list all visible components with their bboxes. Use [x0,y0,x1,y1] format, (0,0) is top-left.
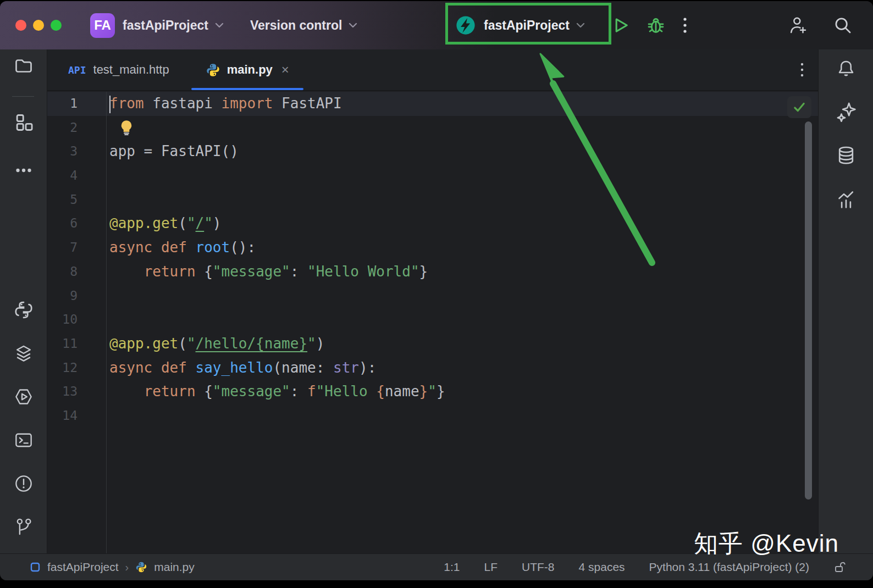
line-number: 7 [47,236,78,260]
project-icon [30,562,41,573]
more-tool-windows-icon[interactable] [0,160,47,180]
line-number: 14 [47,404,78,428]
database-icon[interactable] [819,144,873,167]
breadcrumb: fastApiProject › main.py [30,561,195,574]
pycharm-window: FA fastApiProject Version control fastAp… [0,1,873,580]
inspections-widget[interactable] [787,96,811,118]
code-line: async def say_hello(name: str): [109,356,818,380]
code-line [109,404,818,428]
editor-scrollbar[interactable] [805,121,812,500]
code-line: @app.get("/") [109,212,818,236]
project-name-menu[interactable]: fastApiProject [123,18,208,33]
code-line [109,164,818,188]
line-number: 11 [47,332,78,356]
tab-test-main-http[interactable]: API test_main.http [54,49,184,90]
title-bar: FA fastApiProject Version control fastAp… [0,1,873,49]
watermark: 知乎 @Kevin [694,528,839,560]
search-everywhere-icon[interactable] [832,15,853,36]
ai-assistant-sparkles-icon[interactable] [819,100,873,123]
line-number: 10 [47,308,78,332]
code-line [109,308,818,332]
editor-tab-bar: API test_main.http main.py × [47,49,818,91]
code-line [109,188,818,212]
debug-button[interactable] [647,16,665,35]
fastapi-logo-icon [455,15,476,36]
left-tool-window-bar [0,49,47,554]
indent-widget[interactable]: 4 spaces [579,561,625,574]
caret-position-widget[interactable]: 1:1 [444,561,460,574]
toolbar-divider [12,96,34,97]
run-config-name: fastApiProject [484,18,570,33]
run-button[interactable] [611,16,630,35]
code-line [109,116,818,140]
python-console-icon[interactable] [0,299,47,320]
breadcrumb-project[interactable]: fastApiProject [47,561,119,574]
chevron-down-icon [214,21,225,29]
code-line: from fastapi import FastAPI [109,92,818,116]
version-control-menu[interactable]: Version control [250,18,342,33]
code-line: async def root(): [109,236,818,260]
code-line: return {"message": "Hello World"} [109,260,818,284]
tab-main-py[interactable]: main.py × [191,49,303,90]
code-line: return {"message": f"Hello {name}"} [109,380,818,404]
git-branch-icon[interactable] [0,517,47,537]
line-number: 8 [47,260,78,284]
line-number: 13 [47,380,78,404]
notifications-bell-icon[interactable] [819,58,873,80]
line-number: 1 [47,92,78,116]
problems-icon[interactable] [0,473,47,494]
editor-gutter: 1234567891011121314 [47,92,107,554]
encoding-widget[interactable]: UTF-8 [522,561,555,574]
code-line: @app.get("/hello/{name}") [109,332,818,356]
python-file-icon [135,561,147,573]
more-actions-kebab-icon[interactable] [682,15,688,35]
python-file-icon [206,63,220,77]
code-with-me-add-user-icon[interactable] [787,15,808,36]
http-file-type-icon: API [68,64,86,76]
line-number: 6 [47,212,78,236]
project-badge[interactable]: FA [90,13,115,38]
traffic-lights [15,20,62,31]
python-interpreter-widget[interactable]: Python 3.11 (fastApiProject) (2) [649,561,809,574]
breadcrumb-separator: › [125,561,129,574]
tab-options-kebab-icon[interactable] [799,49,805,90]
code-line: app = FastAPI() [109,140,818,164]
structure-icon[interactable] [0,112,47,133]
services-icon[interactable] [0,386,47,407]
line-number: 12 [47,356,78,380]
minimize-window-button[interactable] [33,20,44,31]
chevron-down-icon [575,21,586,29]
line-number: 5 [47,188,78,212]
endpoints-chart-icon[interactable] [819,188,873,211]
zoom-window-button[interactable] [51,20,62,31]
code-line [109,284,818,308]
chevron-down-icon [347,21,358,29]
python-packages-layers-icon[interactable] [0,343,47,364]
line-number: 9 [47,284,78,308]
close-tab-icon[interactable]: × [281,63,289,76]
project-folder-icon[interactable] [0,56,47,76]
terminal-icon[interactable] [0,430,47,451]
code-editor[interactable]: 1234567891011121314 from fastapi import … [47,91,818,554]
line-number: 3 [47,140,78,164]
run-configuration-selector[interactable]: fastApiProject [455,1,586,49]
right-tool-window-bar [818,49,873,554]
intention-lightbulb-icon[interactable] [109,116,134,140]
unlocked-padlock-icon[interactable] [833,561,847,574]
active-tab-indicator [191,88,303,90]
close-window-button[interactable] [15,20,26,31]
line-number: 2 [47,116,78,140]
line-number: 4 [47,164,78,188]
code-area: from fastapi import FastAPI app = FastAP… [107,92,818,554]
line-separator-widget[interactable]: LF [484,561,498,574]
breadcrumb-file[interactable]: main.py [154,561,195,574]
